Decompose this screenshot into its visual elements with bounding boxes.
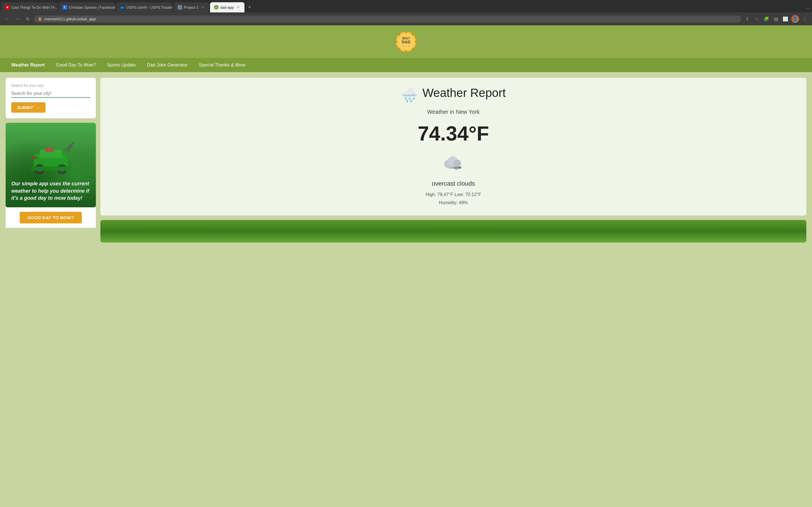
usps-favicon: US <box>120 5 124 10</box>
submit-label: SUBMIT <box>17 105 33 110</box>
submit-arrow-icon: → <box>36 105 40 110</box>
svg-text:BEST: BEST <box>402 37 410 40</box>
weather-header-icon: 🌧️ <box>401 87 418 103</box>
tab-usps-label: USPS.com® - USPS Tracking®... <box>126 5 172 10</box>
tab-youtube-label: Cool Things To Do With Th... <box>11 5 57 10</box>
weather-title: Weather Report <box>422 86 506 100</box>
tab-bar: Cool Things To Do With Th... 🔊 ✕ f Chris… <box>0 0 812 12</box>
url-text: nrenner0211.github.io/dad_app/ <box>44 17 96 21</box>
nav-special-thanks-more[interactable]: Special Thanks & More <box>193 58 251 72</box>
search-label: Search for your city! <box>11 83 90 88</box>
svg-rect-10 <box>405 31 407 33</box>
svg-rect-32 <box>33 157 37 159</box>
bookmark-icon[interactable]: ☆ <box>753 15 761 23</box>
tab-project-label: Project 1 <box>184 5 198 10</box>
url-bar[interactable]: 🔒 nrenner0211.github.io/dad_app/ <box>34 15 741 22</box>
svg-rect-12 <box>395 41 398 43</box>
tab-facebook[interactable]: f Christian Spence | Facebook ✕ <box>59 2 115 12</box>
svg-text:★: ★ <box>215 7 217 9</box>
menu-icon[interactable]: ⋮ <box>801 15 809 23</box>
nav-weather-report[interactable]: Weather Report <box>6 58 50 72</box>
search-box: Search for your city! SUBMIT → <box>6 78 96 118</box>
mow-image-text: Our simple app uses the current weather … <box>6 175 96 207</box>
lawn-mower-icon <box>26 140 76 179</box>
left-panel: Search for your city! SUBMIT → <box>6 78 96 242</box>
nav-bar: Weather Report Good Day To Mow? Sports U… <box>0 58 812 72</box>
svg-rect-11 <box>405 50 407 52</box>
tab-project[interactable]: Project 1 ✕ <box>174 2 209 12</box>
good-day-to-mow-button[interactable]: GOOD DAY TO MOW? <box>20 212 82 223</box>
back-button[interactable]: ← <box>3 15 11 23</box>
weather-high: High: 79.47°F <box>426 192 453 197</box>
lock-icon: 🔒 <box>38 17 42 21</box>
nav-dad-joke-generator[interactable]: Dad Joke Generator <box>141 58 193 72</box>
weather-condition-icon <box>109 154 798 174</box>
weather-humidity: Humidity: 49% <box>439 200 468 205</box>
sidebar-icon[interactable]: ▤ <box>772 15 780 23</box>
mow-image-card: Our simple app uses the current weather … <box>6 123 96 207</box>
new-tab-button[interactable]: + <box>246 3 253 11</box>
submit-button[interactable]: SUBMIT → <box>11 102 45 113</box>
weather-temperature: 74.34°F <box>109 122 798 145</box>
good-day-btn-container: GOOD DAY TO MOW? <box>6 207 96 228</box>
weather-city: Weather in New York <box>109 109 798 115</box>
facebook-favicon: f <box>63 5 67 10</box>
tab-youtube[interactable]: Cool Things To Do With Th... 🔊 ✕ <box>1 2 57 12</box>
svg-rect-30 <box>31 166 70 171</box>
address-bar: ← → ↻ 🔒 nrenner0211.github.io/dad_app/ ⇧… <box>0 12 812 25</box>
nav-sports-update[interactable]: Sports Update <box>101 58 141 72</box>
share-icon[interactable]: ⇧ <box>743 15 751 23</box>
bottom-image-strip <box>100 220 806 242</box>
cloud-svg <box>442 154 465 170</box>
right-panel: 🌧️ Weather Report Weather in New York 74… <box>100 78 806 242</box>
browser-chrome: Cool Things To Do With Th... 🔊 ✕ f Chris… <box>0 0 812 25</box>
weather-high-low: High: 79.47°F Low: 70.12°F Humidity: 49% <box>109 191 798 207</box>
profile-avatar[interactable]: 👤 <box>791 15 799 23</box>
weather-card: 🌧️ Weather Report Weather in New York 74… <box>100 78 806 216</box>
tab-group-icon[interactable]: ⬜ <box>781 15 790 23</box>
tab-facebook-label: Christian Spence | Facebook <box>69 5 115 10</box>
tab-expand-button[interactable]: ⌄ <box>804 4 812 11</box>
tab-usps[interactable]: US USPS.com® - USPS Tracking®... ✕ <box>116 2 172 12</box>
svg-text:★ ★ ★: ★ ★ ★ <box>402 45 409 47</box>
svg-rect-31 <box>45 148 54 152</box>
extensions-icon[interactable]: 🧩 <box>762 15 770 23</box>
svg-text:f: f <box>64 6 65 9</box>
weather-condition-text: overcast clouds <box>109 180 798 187</box>
tab-dad-app-close[interactable]: ✕ <box>236 5 241 10</box>
weather-low: Low: 70.12°F <box>455 192 481 197</box>
svg-rect-6 <box>177 5 182 10</box>
toolbar-icons: ⇧ ☆ 🧩 ▤ ⬜ 👤 ⋮ <box>743 15 809 23</box>
tab-dad-app-label: dad-app <box>220 5 234 10</box>
app-body: Search for your city! SUBMIT → <box>0 72 812 248</box>
forward-button[interactable]: → <box>13 15 21 23</box>
svg-point-38 <box>458 166 462 169</box>
best-dad-logo: BEST DAD ★ ★ ★ <box>395 31 417 53</box>
youtube-favicon <box>5 5 10 10</box>
refresh-button[interactable]: ↻ <box>24 15 32 23</box>
tab-dad-app[interactable]: ★ dad-app ✕ <box>210 2 245 12</box>
svg-rect-13 <box>414 41 417 43</box>
app-header: BEST DAD ★ ★ ★ <box>0 25 812 58</box>
dad-app-favicon: ★ <box>214 5 218 10</box>
tab-project-close[interactable]: ✕ <box>200 5 205 10</box>
svg-text:DAD: DAD <box>402 40 410 44</box>
search-input[interactable] <box>11 90 90 98</box>
nav-good-day-to-mow[interactable]: Good Day To Mow? <box>50 58 101 72</box>
project-favicon <box>177 5 182 10</box>
svg-point-36 <box>454 160 461 167</box>
svg-text:US: US <box>121 6 124 9</box>
